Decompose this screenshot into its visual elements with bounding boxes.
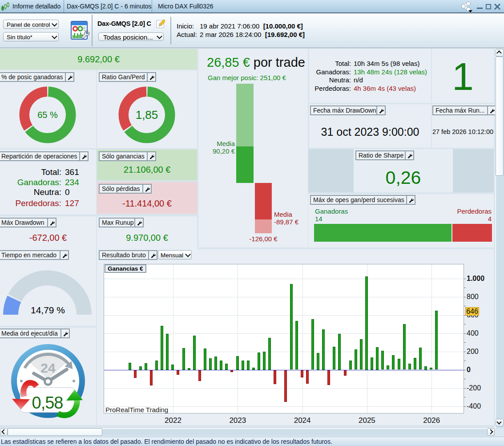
svg-text:1,85: 1,85	[136, 108, 158, 122]
svg-text:65 %: 65 %	[37, 110, 58, 120]
